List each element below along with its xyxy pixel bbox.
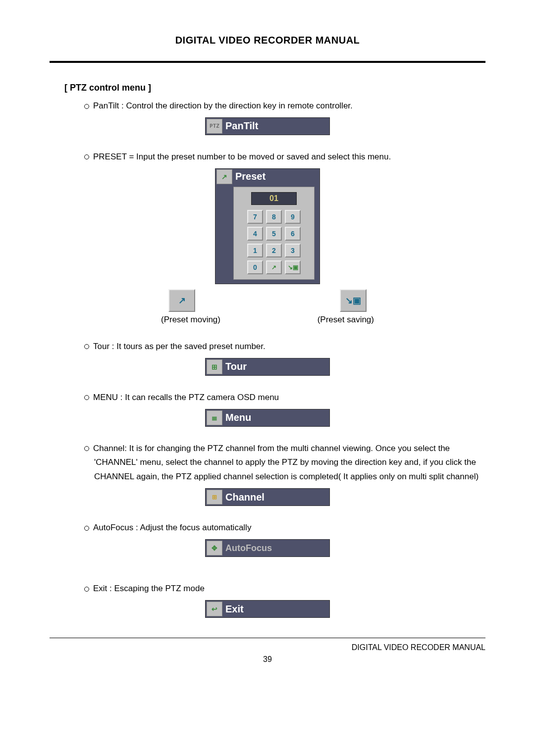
key-preset-save-icon[interactable]: ↘▣ (285, 260, 301, 274)
exit-icon: ↩ (207, 602, 222, 616)
preset-move-icon: ↗ (216, 169, 232, 184)
item-menu: MENU : It can recalls the PTZ camera OSD… (50, 391, 485, 427)
key-1[interactable]: 1 (247, 244, 263, 257)
menu-bar: ≣ Menu (205, 409, 330, 427)
key-6[interactable]: 6 (285, 227, 301, 241)
page-content: DIGITAL VIDEO RECORDER MANUAL [ PTZ cont… (0, 0, 535, 684)
exit-bar-label: Exit (225, 604, 244, 615)
key-7[interactable]: 7 (247, 210, 263, 224)
bullet-icon (84, 446, 89, 451)
preset-moving-button-icon[interactable]: ↗ (168, 289, 195, 312)
preset-keypad-body: 01 7 8 9 4 5 6 1 2 3 0 ↗ ↘▣ (233, 187, 315, 280)
tour-bar: ⊞ Tour (205, 358, 330, 376)
autofocus-bar: ✥ AutoFocus (205, 539, 330, 557)
menu-bar-label: Menu (225, 412, 251, 423)
item-exit-text: Exit : Escaping the PTZ mode (84, 582, 485, 596)
header-rule (50, 61, 485, 63)
item-autofocus: AutoFocus : Adjust the focus automatical… (50, 521, 485, 557)
footer-text: DIGITAL VIDEO RECODER MANUAL (50, 643, 485, 652)
key-3[interactable]: 3 (285, 244, 301, 257)
preset-bottom-buttons: ↗ ↘▣ (168, 289, 367, 312)
item-exit: Exit : Escaping the PTZ mode ↩ Exit (50, 582, 485, 618)
item-tour-text: Tour : It tours as per the saved preset … (84, 340, 485, 354)
item-channel: Channel: It is for changing the PTZ chan… (50, 442, 485, 506)
key-0[interactable]: 0 (247, 260, 263, 274)
preset-moving-label: (Preset moving) (161, 315, 220, 325)
tour-icon: ⊞ (207, 359, 222, 374)
preset-saving-button-icon[interactable]: ↘▣ (340, 289, 367, 312)
key-4[interactable]: 4 (247, 227, 263, 241)
preset-bottom-labels: (Preset moving) (Preset saving) (161, 315, 374, 325)
pantilt-bar: PTZ PanTilt (205, 117, 330, 135)
channel-bar-label: Channel (225, 492, 265, 503)
preset-bar-label: Preset (235, 171, 266, 182)
key-9[interactable]: 9 (285, 210, 301, 224)
section-title: [ PTZ control menu ] (64, 83, 485, 93)
bullet-icon (84, 344, 89, 349)
bullet-icon (84, 395, 89, 400)
item-preset-text: PRESET = Input the preset number to be m… (84, 150, 485, 164)
item-tour: Tour : It tours as per the saved preset … (50, 340, 485, 376)
preset-panel: ↗ Preset 01 7 8 9 4 5 6 1 2 3 0 ↗ ↘▣ (215, 168, 320, 284)
preset-keypad: 7 8 9 4 5 6 1 2 3 0 ↗ ↘▣ (239, 210, 309, 274)
item-autofocus-text: AutoFocus : Adjust the focus automatical… (84, 521, 485, 535)
menu-icon: ≣ (207, 410, 222, 425)
autofocus-bar-label: AutoFocus (225, 543, 272, 554)
item-preset: PRESET = Input the preset number to be m… (50, 150, 485, 325)
page-number: 39 (50, 655, 485, 664)
ptz-icon: PTZ (207, 119, 222, 134)
bullet-icon (84, 526, 89, 531)
bullet-icon (84, 587, 89, 592)
tour-bar-label: Tour (225, 361, 247, 372)
bullet-icon (84, 104, 89, 109)
item-pantilt: PanTilt : Control the direction by the d… (50, 99, 485, 135)
footer-rule (50, 638, 485, 638)
key-preset-move-icon[interactable]: ↗ (266, 260, 282, 274)
channel-icon: ⊞ (207, 490, 222, 504)
key-8[interactable]: 8 (266, 210, 282, 224)
channel-bar: ⊞ Channel (205, 488, 330, 506)
pantilt-bar-label: PanTilt (225, 120, 258, 132)
autofocus-icon: ✥ (207, 541, 222, 555)
item-channel-text: Channel: It is for changing the PTZ chan… (84, 442, 485, 485)
item-pantilt-text: PanTilt : Control the direction by the d… (84, 99, 485, 113)
preset-display: 01 (251, 192, 297, 205)
item-menu-text: MENU : It can recalls the PTZ camera OSD… (84, 391, 485, 405)
preset-header: ↗ Preset (215, 169, 320, 185)
preset-saving-label: (Preset saving) (318, 315, 374, 325)
key-2[interactable]: 2 (266, 244, 282, 257)
key-5[interactable]: 5 (266, 227, 282, 241)
exit-bar: ↩ Exit (205, 600, 330, 618)
bullet-icon (84, 154, 89, 159)
page-title: DIGITAL VIDEO RECORDER MANUAL (50, 35, 485, 46)
